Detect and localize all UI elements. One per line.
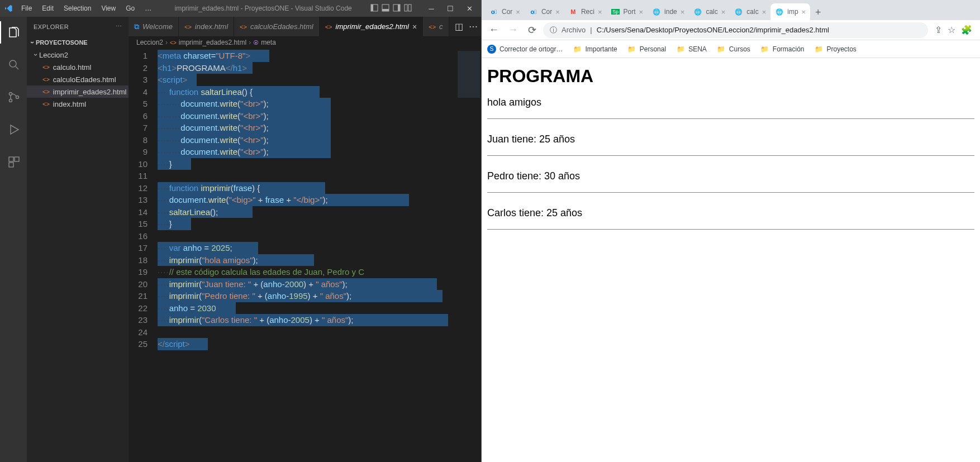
close-icon[interactable]: × [555, 8, 560, 16]
bookmark-item[interactable]: 📁Formación [760, 45, 805, 54]
forward-button[interactable]: → [505, 22, 521, 38]
bookmark-item[interactable]: 📁Proyectos [815, 45, 857, 54]
tab-label: Reci [581, 8, 594, 16]
svg-rect-5 [398, 4, 400, 11]
svg-rect-3 [382, 9, 389, 11]
layout-controls [370, 4, 420, 13]
output-line: Carlos tiene: 25 años [487, 207, 974, 219]
code-editor[interactable]: 1234567891011121314151617181920212223242… [129, 49, 481, 462]
breadcrumb-folder[interactable]: Leccion2 [136, 39, 163, 46]
layout-icon[interactable] [393, 4, 401, 13]
menu-file[interactable]: File [17, 2, 36, 15]
browser-tab[interactable]: o⃤Cor× [525, 3, 564, 20]
html-icon: <> [429, 23, 436, 30]
browser-tab[interactable]: 🌐calc× [689, 3, 730, 20]
puzzle-icon[interactable]: 🧩 [961, 25, 972, 35]
tab-label: index.html [195, 22, 228, 31]
minimize-button[interactable]: ─ [425, 4, 437, 13]
file-label: imprimir_edades2.html [53, 88, 127, 96]
close-icon[interactable]: × [516, 8, 520, 16]
tab-imprimir-edades2[interactable]: <>imprimir_edades2.html× [320, 17, 424, 36]
layout-icon[interactable] [370, 4, 378, 13]
close-icon[interactable]: × [639, 8, 644, 16]
project-root[interactable]: ›PROYECTOSONE [27, 36, 129, 49]
breadcrumb[interactable]: Leccion2 › <> imprimir_edades2.html › ⦿ … [129, 36, 481, 49]
tab-label: Welcome [142, 22, 173, 31]
browser-tab[interactable]: 🌐calc× [730, 3, 770, 20]
svg-point-9 [9, 93, 12, 96]
activity-explorer[interactable] [0, 21, 27, 44]
tab-label: calculoEdades.html [250, 22, 313, 31]
browser-tab[interactable]: MReci× [564, 3, 607, 20]
menu-go[interactable]: Go [121, 2, 139, 15]
url-text: C:/Users/Sena/Desktop/ProyectosONE/Lecci… [597, 26, 829, 34]
close-icon[interactable]: × [721, 8, 726, 16]
bookmark-item[interactable]: 📁SENA [676, 45, 707, 54]
close-icon[interactable]: × [681, 8, 685, 16]
tab-calculoedades[interactable]: <>calculoEdades.html [234, 17, 320, 36]
close-icon[interactable]: × [412, 22, 417, 31]
close-icon[interactable]: × [598, 8, 602, 16]
info-icon[interactable]: ⓘ [550, 25, 557, 35]
file-label: calculo.html [53, 63, 92, 72]
layout-icon[interactable] [404, 4, 412, 13]
share-icon[interactable]: ⇪ [935, 25, 942, 35]
address-bar: ← → ⟳ ⓘ Archivo | C:/Users/Sena/Desktop/… [482, 20, 980, 40]
bookmark-item[interactable]: 📁Cursos [717, 45, 750, 54]
browser-tab[interactable]: 🌐inde× [648, 3, 689, 20]
star-icon[interactable]: ☆ [948, 25, 955, 35]
breadcrumb-symbol[interactable]: meta [261, 39, 276, 46]
activity-search[interactable] [0, 54, 27, 76]
site-icon: S [487, 45, 496, 54]
menu-selection[interactable]: Selection [59, 2, 96, 15]
bookmark-item[interactable]: 📁Personal [627, 45, 666, 54]
layout-icon[interactable] [382, 4, 389, 13]
file-calculo[interactable]: <>calculo.html [27, 61, 129, 73]
svg-rect-7 [408, 4, 411, 11]
editor-group: ⧉Welcome <>index.html <>calculoEdades.ht… [129, 17, 481, 462]
favicon: 🌐 [775, 7, 784, 16]
tab-index[interactable]: <>index.html [179, 17, 234, 36]
vscode-icon: ⧉ [134, 22, 139, 31]
activity-debug[interactable] [0, 118, 27, 141]
back-button[interactable]: ← [486, 22, 502, 38]
svg-rect-6 [405, 4, 407, 11]
divider [487, 192, 974, 193]
svg-rect-12 [9, 157, 13, 161]
browser-tab[interactable]: o⃤Cor× [485, 3, 525, 20]
file-imprimir-edades2[interactable]: <>imprimir_edades2.html [27, 85, 129, 98]
favicon: o⃤ [529, 7, 538, 16]
symbol-icon: ⦿ [253, 40, 259, 46]
close-icon[interactable]: × [802, 8, 806, 16]
tab-welcome[interactable]: ⧉Welcome [129, 17, 179, 36]
tab-c[interactable]: <>c [423, 17, 449, 36]
new-tab-button[interactable]: + [810, 4, 826, 20]
code-content[interactable]: <meta charset="UTF-8"><h1>PROGRAMA</h1><… [158, 49, 453, 462]
menu-edit[interactable]: Edit [37, 2, 58, 15]
tab-label: Cor [502, 8, 512, 16]
folder-leccion2[interactable]: ›Leccion2 [27, 49, 129, 61]
split-icon[interactable]: ◫ [455, 21, 463, 32]
activity-extensions[interactable] [0, 151, 27, 173]
url-input[interactable]: ⓘ Archivo | C:/Users/Sena/Desktop/Proyec… [543, 22, 928, 38]
activity-scm[interactable] [0, 86, 27, 108]
bookmark-item[interactable]: SCorrector de ortogr… [487, 45, 563, 54]
bookmark-item[interactable]: 📁Importante [573, 45, 617, 54]
divider [487, 155, 974, 156]
menu-view[interactable]: View [97, 2, 120, 15]
browser-tab[interactable]: SpPort× [606, 3, 648, 20]
more-icon[interactable]: ⋯ [469, 21, 478, 32]
browser-tab[interactable]: 🌐imp× [770, 3, 810, 20]
tab-label: calc [746, 8, 758, 16]
maximize-button[interactable]: ☐ [444, 4, 456, 13]
menu-more[interactable]: … [140, 2, 156, 15]
more-icon[interactable]: ⋯ [116, 23, 122, 30]
minimap[interactable] [453, 49, 481, 462]
file-calculoedades[interactable]: <>calculoEdades.html [27, 73, 129, 85]
reload-button[interactable]: ⟳ [524, 22, 540, 38]
divider [487, 229, 974, 230]
file-index[interactable]: <>index.html [27, 98, 129, 110]
breadcrumb-file[interactable]: imprimir_edades2.html [179, 39, 246, 46]
close-icon[interactable]: × [762, 8, 767, 16]
close-button[interactable]: ✕ [463, 4, 475, 13]
